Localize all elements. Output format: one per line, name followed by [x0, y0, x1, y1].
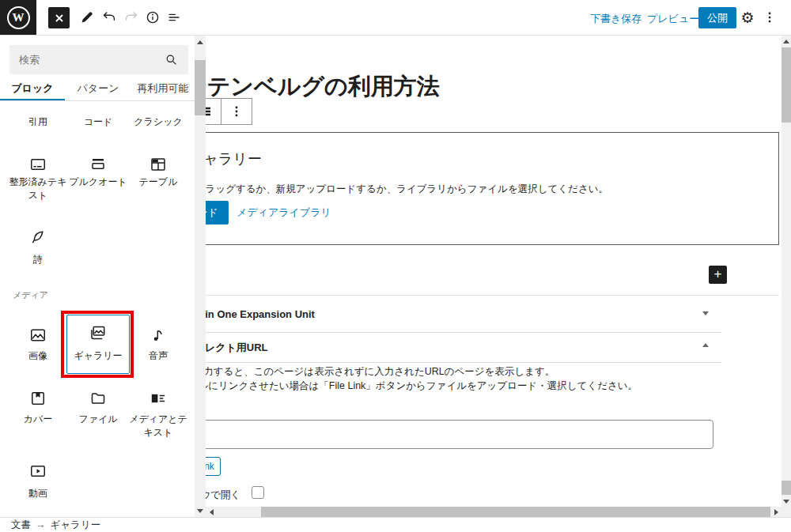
- block-item-code[interactable]: コード: [68, 115, 128, 129]
- v-scroll-up-button[interactable]: [782, 36, 791, 47]
- list-view-icon: [165, 9, 183, 26]
- block-item-verse[interactable]: 詩: [8, 228, 68, 266]
- media-section-label: メディア: [13, 289, 48, 301]
- editor-header: W: [0, 0, 791, 36]
- search-placeholder: 検索: [19, 53, 164, 67]
- media-text-icon: [128, 389, 188, 408]
- media-library-button[interactable]: メディアライブラリ: [237, 201, 331, 224]
- block-item-quote[interactable]: 引用: [8, 115, 68, 129]
- block-item-gallery-selected[interactable]: ギャラリー: [66, 315, 130, 374]
- list-view-button[interactable]: [165, 8, 184, 27]
- table-icon: [128, 155, 188, 174]
- sidebar-scroll-up-button[interactable]: [195, 36, 206, 47]
- tab-blocks[interactable]: ブロック: [0, 81, 65, 96]
- audio-icon: [128, 326, 188, 345]
- settings-button[interactable]: ⚙: [738, 8, 757, 27]
- more-options-button[interactable]: [760, 8, 779, 27]
- panel-divider: [166, 332, 721, 333]
- info-icon: [144, 9, 161, 26]
- tab-reusable[interactable]: 再利用可能: [131, 81, 195, 96]
- block-item-table[interactable]: テーブル: [128, 155, 188, 189]
- panel-divider: [166, 362, 721, 363]
- redo-button[interactable]: [122, 8, 141, 27]
- h-scroll-right-button[interactable]: [771, 507, 782, 517]
- block-item-cover[interactable]: カバー: [8, 389, 68, 426]
- breadcrumb-current-block: ギャラリー: [51, 519, 101, 532]
- sidebar-scroll-thumb[interactable]: [195, 60, 206, 115]
- block-item-image[interactable]: 画像: [8, 326, 68, 363]
- gutenberg-editor-window: グーテンベルグの利用方法 ギャラリー 画像をドラッグするか、新規アップロードする…: [0, 0, 791, 532]
- file-icon: [68, 389, 128, 408]
- sidebar-scroll-down-button[interactable]: [195, 505, 206, 516]
- open-new-window-checkbox[interactable]: [252, 486, 264, 499]
- pullquote-icon: [68, 155, 128, 174]
- image-icon: [8, 326, 68, 345]
- tab-patterns[interactable]: パターン: [65, 81, 131, 96]
- block-item-audio[interactable]: 音声: [128, 326, 188, 363]
- preformatted-icon: [8, 155, 68, 174]
- wordpress-logo-icon[interactable]: W: [0, 0, 36, 35]
- add-block-button[interactable]: +: [709, 266, 727, 284]
- panel-collapse-arrow-down[interactable]: [702, 311, 709, 315]
- ellipsis-icon: [761, 9, 778, 26]
- cover-icon: [8, 389, 68, 408]
- v-scroll-thumb[interactable]: [782, 47, 791, 123]
- block-search-input[interactable]: 検索: [9, 45, 188, 74]
- gear-icon: ⚙: [740, 10, 754, 25]
- gallery-placeholder-description: 画像をドラッグするか、新規アップロードするか、ライブラリからファイルを選択してく…: [165, 183, 608, 196]
- block-options-button[interactable]: [221, 99, 252, 124]
- edit-tool-button[interactable]: [78, 8, 97, 27]
- block-item-file[interactable]: ファイル: [68, 389, 128, 426]
- panel-title-expansion-unit[interactable]: All in One Expansion Unit: [189, 308, 315, 320]
- panel-collapse-arrow-up[interactable]: [702, 343, 709, 347]
- video-icon: [8, 462, 68, 481]
- redirect-url-input[interactable]: [166, 420, 713, 449]
- editor-status-bar: 文書 → ギャラリー: [0, 517, 791, 532]
- v-scroll-thumb-lower[interactable]: [782, 481, 791, 495]
- details-button[interactable]: [143, 8, 162, 27]
- v-scroll-down-button[interactable]: [782, 496, 791, 507]
- close-icon: [54, 13, 65, 24]
- redo-icon: [123, 9, 140, 26]
- tab-row-border: [0, 100, 195, 101]
- options-ellipsis-icon: [227, 102, 246, 121]
- h-scroll-thumb[interactable]: [261, 507, 770, 517]
- redirect-description-line1: URLを入力すると、このページは表示されずに入力されたURLのページを表示します…: [164, 365, 554, 379]
- save-draft-button[interactable]: 下書き保存: [590, 12, 642, 26]
- breadcrumb-document[interactable]: 文書: [11, 519, 31, 532]
- block-item-media-text[interactable]: メディアとテキスト: [128, 389, 188, 440]
- inserter-toggle-close-button[interactable]: [48, 7, 70, 28]
- undo-button[interactable]: [100, 8, 119, 27]
- preview-button[interactable]: プレビュー: [647, 12, 699, 26]
- block-item-video[interactable]: 動画: [8, 462, 68, 500]
- verse-icon: [8, 228, 68, 247]
- block-inserter-sidebar: 検索 ブロック パターン 再利用可能 引用 コード クラシック 整形済みテキスト: [0, 36, 206, 517]
- block-item-classic[interactable]: クラシック: [128, 115, 188, 129]
- undo-icon: [100, 9, 118, 26]
- gallery-icon: [67, 323, 129, 342]
- publish-button[interactable]: 公開: [698, 7, 736, 28]
- pencil-icon: [78, 9, 96, 26]
- h-scroll-left-button[interactable]: [206, 507, 217, 517]
- breadcrumb-arrow: →: [36, 519, 46, 530]
- redirect-description-line2: ファイルにリンクさせたい場合は「File Link」ボタンからファイルをアップロ…: [168, 379, 638, 393]
- block-item-preformatted[interactable]: 整形済みテキスト: [8, 155, 68, 202]
- search-icon: [164, 52, 179, 67]
- block-item-pullquote[interactable]: プルクオート: [68, 155, 128, 189]
